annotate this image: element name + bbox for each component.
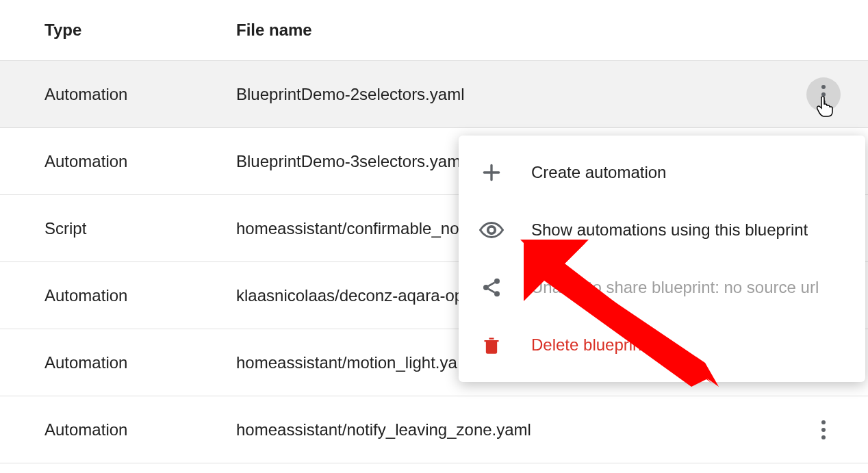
cell-type: Automation bbox=[44, 353, 236, 372]
cell-type: Automation bbox=[44, 152, 236, 171]
context-menu: Create automation Show automations using… bbox=[459, 136, 865, 382]
menu-delete-blueprint[interactable]: Delete blueprint bbox=[459, 316, 865, 374]
svg-point-2 bbox=[483, 285, 489, 290]
table-row[interactable]: Automation BlueprintDemo-2selectors.yaml bbox=[0, 61, 868, 128]
cell-type: Automation bbox=[44, 85, 236, 104]
menu-label: Delete blueprint bbox=[531, 335, 646, 355]
menu-label: Show automations using this blueprint bbox=[531, 220, 808, 240]
more-options-button[interactable] bbox=[806, 77, 841, 112]
svg-point-3 bbox=[494, 291, 500, 296]
header-type: Type bbox=[44, 21, 236, 40]
menu-show-automations[interactable]: Show automations using this blueprint bbox=[459, 201, 865, 259]
cell-type: Automation bbox=[44, 420, 236, 439]
menu-create-automation[interactable]: Create automation bbox=[459, 144, 865, 201]
trash-icon bbox=[479, 333, 504, 357]
svg-point-0 bbox=[488, 227, 496, 234]
menu-share-blueprint: Unable to share blueprint: no source url bbox=[459, 259, 865, 316]
header-filename: File name bbox=[236, 21, 868, 40]
cell-type: Script bbox=[44, 219, 236, 238]
more-options-button[interactable] bbox=[806, 413, 841, 447]
menu-label: Unable to share blueprint: no source url bbox=[531, 278, 819, 297]
svg-point-1 bbox=[494, 279, 500, 284]
menu-label: Create automation bbox=[531, 163, 666, 182]
cell-filename: homeassistant/notify_leaving_zone.yaml bbox=[236, 420, 806, 439]
plus-icon bbox=[479, 160, 504, 185]
cell-filename: BlueprintDemo-2selectors.yaml bbox=[236, 85, 806, 104]
cell-type: Automation bbox=[44, 286, 236, 305]
share-icon bbox=[479, 275, 504, 300]
table-header: Type File name bbox=[0, 0, 868, 61]
vertical-dots-icon bbox=[821, 85, 826, 104]
vertical-dots-icon bbox=[821, 420, 826, 439]
eye-icon bbox=[479, 218, 504, 242]
table-row[interactable]: Automation homeassistant/notify_leaving_… bbox=[0, 396, 868, 463]
